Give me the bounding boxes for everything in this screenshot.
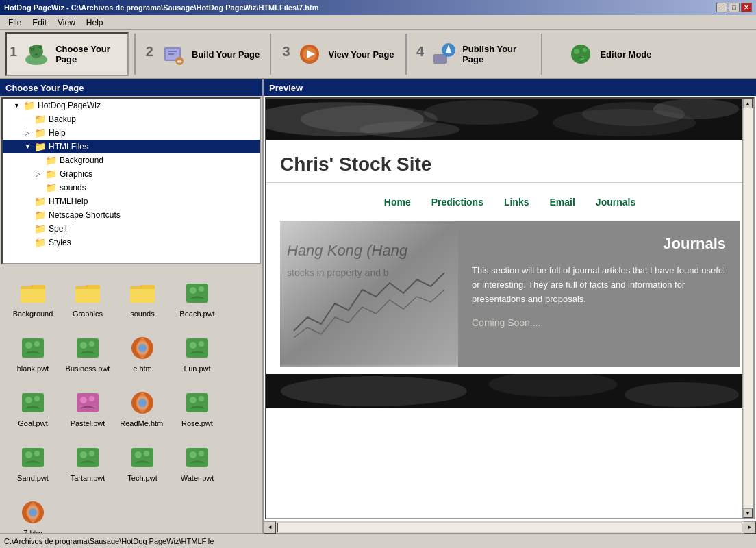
step-3-button[interactable]: 3 View Your Page: [277, 32, 400, 76]
site-text-box: Journals This section will be full of jo…: [458, 221, 740, 367]
tree-item-styles[interactable]: 📁 Styles: [3, 236, 260, 249]
svg-text:✏: ✏: [177, 59, 183, 65]
tree-item-backup[interactable]: 📁 Backup: [3, 112, 260, 126]
step-2-label: Build Your Page: [192, 49, 260, 60]
file-area: Background Graphics: [0, 266, 262, 533]
file-business[interactable]: Business.pwt: [60, 326, 115, 381]
divider-1: [134, 34, 136, 75]
file-sounds-label: sounds: [130, 310, 154, 318]
file-background[interactable]: Background: [5, 271, 60, 326]
file-tartan[interactable]: Tartan.pwt: [60, 436, 115, 490]
nav-email[interactable]: Email: [550, 197, 575, 208]
file-sand[interactable]: Sand.pwt: [5, 436, 60, 490]
menu-help[interactable]: Help: [81, 16, 109, 29]
file-background-label: Background: [13, 310, 53, 318]
file-water[interactable]: Water.pwt: [170, 436, 225, 490]
titlebar-buttons: — □ ✕: [716, 3, 752, 12]
nav-journals[interactable]: Journals: [596, 197, 635, 208]
file-sounds[interactable]: sounds: [115, 271, 170, 326]
file-7htm[interactable]: 7.htm: [5, 490, 60, 533]
svg-rect-35: [22, 393, 44, 412]
scroll-down-button[interactable]: ▼: [743, 508, 753, 518]
tree-item-htmlfiles[interactable]: ▼ 📁 HTMLFiles: [3, 140, 260, 153]
svg-point-52: [89, 451, 94, 456]
menu-file[interactable]: File: [3, 16, 27, 29]
svg-text:stocks in property and b: stocks in property and b: [287, 267, 389, 278]
step-1-button[interactable]: 1 Choose Your Page: [5, 32, 129, 76]
file-ehtm-label: e.htm: [133, 364, 152, 373]
file-readme-label: ReadMe.html: [120, 419, 164, 427]
file-tech[interactable]: Tech.pwt: [115, 436, 170, 490]
hotdog-icon: [74, 334, 101, 362]
horizontal-scrollbar: ◄ ►: [264, 521, 756, 533]
preview-banner-bottom: [266, 374, 753, 408]
svg-point-34: [199, 341, 204, 347]
tree-item-help[interactable]: ▷ 📁 Help: [3, 126, 260, 140]
preview-content[interactable]: Chris' Stock Site Home Predictions Links…: [265, 97, 755, 519]
nav-home[interactable]: Home: [384, 197, 411, 208]
tree-item-sounds[interactable]: 📁 sounds: [3, 181, 260, 195]
tree-item-spell[interactable]: 📁 Spell: [3, 222, 260, 236]
step-2-button[interactable]: 2 ✏ Build Your Page: [141, 32, 264, 76]
file-goal[interactable]: Goal.pwt: [5, 381, 60, 436]
svg-point-17: [574, 49, 579, 54]
scroll-track: [744, 108, 753, 518]
hotdog-icon: [184, 444, 211, 471]
svg-point-16: [571, 45, 590, 64]
svg-point-75: [625, 382, 739, 407]
tree-item-htmlhelp[interactable]: 📁 HTMLHelp: [3, 195, 260, 208]
maximize-button[interactable]: □: [729, 3, 740, 12]
step-4-number: 4: [416, 44, 424, 60]
minimize-button[interactable]: —: [716, 3, 727, 12]
svg-point-57: [190, 451, 197, 458]
scroll-up-button[interactable]: ▲: [743, 99, 753, 108]
app-title: HotDog PageWiz - C:\Archivos de programa…: [4, 3, 318, 12]
h-scroll-track[interactable]: [277, 523, 742, 532]
file-graphics[interactable]: Graphics: [60, 271, 115, 326]
preview-header: Preview: [264, 79, 756, 96]
divider-4: [541, 34, 542, 75]
tree-item-graphics[interactable]: ▷ 📁 Graphics: [3, 167, 260, 181]
editor-mode-button[interactable]: Editor Mode: [548, 32, 671, 76]
site-image: Hang Kong (Hang stocks in property and b: [280, 221, 458, 367]
file-blank[interactable]: blank.pwt: [5, 326, 60, 381]
file-rose[interactable]: Rose.pwt: [170, 381, 225, 436]
svg-point-27: [80, 342, 87, 349]
svg-point-48: [25, 451, 32, 458]
menu-edit[interactable]: Edit: [27, 16, 52, 29]
step-3-icon: [296, 40, 323, 68]
preview-scrollbar[interactable]: ▲ ▼: [742, 99, 753, 518]
svg-point-22: [199, 286, 204, 292]
scroll-left-button[interactable]: ◄: [264, 521, 276, 534]
scroll-right-button[interactable]: ►: [744, 521, 756, 534]
file-water-label: Water.pwt: [181, 474, 214, 482]
tree-item-netscape[interactable]: 📁 Netscape Shortcuts: [3, 208, 260, 222]
file-pastel[interactable]: Pastel.pwt: [60, 381, 115, 436]
file-ehtm[interactable]: e.htm: [115, 326, 170, 381]
svg-point-55: [144, 451, 149, 456]
svg-point-64: [424, 100, 538, 125]
svg-text:Hang Kong (Hang: Hang Kong (Hang: [287, 242, 408, 259]
firefox-icon: [19, 499, 47, 526]
file-fun[interactable]: Fun.pwt: [170, 326, 225, 381]
nav-predictions[interactable]: Predictions: [431, 197, 483, 208]
left-panel: Choose Your Page ▼ 📁 HotDog PageWiz 📁 Ba…: [0, 79, 264, 533]
titlebar: HotDog PageWiz - C:\Archivos de programa…: [0, 0, 756, 15]
nav-links[interactable]: Links: [504, 197, 529, 208]
file-readme[interactable]: ReadMe.html: [115, 381, 170, 436]
tree-item-background[interactable]: 📁 Background: [3, 153, 260, 167]
file-beach[interactable]: Beach.pwt: [170, 271, 225, 326]
close-button[interactable]: ✕: [741, 3, 752, 12]
file-business-label: Business.pwt: [66, 364, 110, 373]
file-blank-label: blank.pwt: [17, 364, 49, 373]
step-4-icon: [429, 40, 457, 68]
step-1-icon: [23, 40, 50, 68]
svg-point-37: [34, 396, 40, 401]
step-4-button[interactable]: 4 Publish Your Page: [412, 32, 536, 76]
editor-mode-label: Editor Mode: [600, 49, 651, 60]
tree-item-hotdog[interactable]: ▼ 📁 HotDog PageWiz: [3, 99, 260, 112]
file-goal-label: Goal.pwt: [18, 419, 47, 427]
firefox-icon: [129, 389, 156, 416]
tree-view[interactable]: ▼ 📁 HotDog PageWiz 📁 Backup ▷ 📁 Help ▼ 📁…: [1, 97, 261, 264]
menu-view[interactable]: View: [52, 16, 81, 29]
